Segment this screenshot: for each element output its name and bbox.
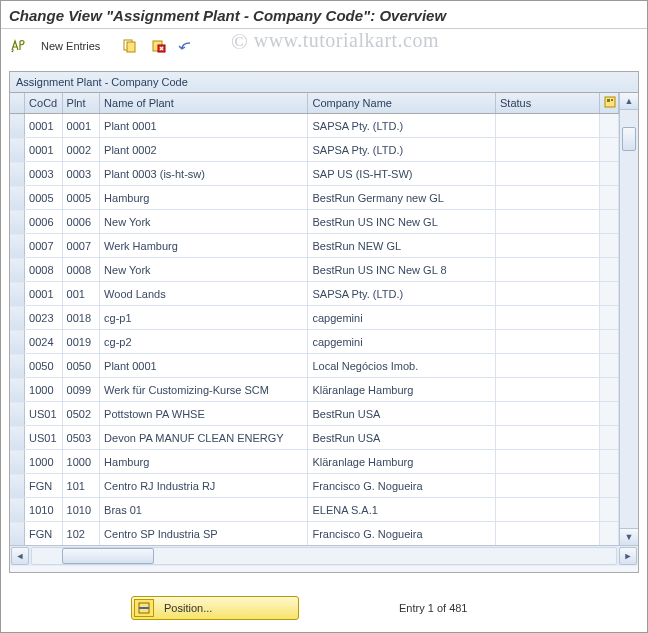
cell-plnt[interactable]: 0001 (62, 114, 100, 138)
cell-cocd[interactable]: 1000 (25, 450, 63, 474)
table-row[interactable]: 00060006New YorkBestRun US INC New GL (10, 210, 619, 234)
position-button[interactable]: Position... (131, 596, 299, 620)
hscroll-thumb[interactable] (62, 548, 154, 564)
cell-company[interactable]: BestRun USA (308, 426, 496, 450)
cell-status[interactable] (496, 234, 600, 258)
cell-cocd[interactable]: 1000 (25, 378, 63, 402)
cell-status[interactable] (496, 474, 600, 498)
cell-status[interactable] (496, 282, 600, 306)
row-selector[interactable] (10, 162, 25, 186)
col-status[interactable]: Status (496, 93, 600, 114)
cell-company[interactable]: ELENA S.A.1 (308, 498, 496, 522)
table-row[interactable]: 00240019cg-p2capgemini (10, 330, 619, 354)
cell-status[interactable] (496, 306, 600, 330)
cell-name[interactable]: Plant 0002 (100, 138, 308, 162)
horizontal-scrollbar[interactable]: ◄ ► (10, 545, 638, 566)
cell-status[interactable] (496, 138, 600, 162)
cell-cocd[interactable]: 0024 (25, 330, 63, 354)
row-selector[interactable] (10, 306, 25, 330)
row-selector[interactable] (10, 258, 25, 282)
cell-plnt[interactable]: 0502 (62, 402, 100, 426)
row-selector[interactable] (10, 450, 25, 474)
cell-cocd[interactable]: 1010 (25, 498, 63, 522)
cell-plnt[interactable]: 0018 (62, 306, 100, 330)
cell-name[interactable]: Pottstown PA WHSE (100, 402, 308, 426)
cell-cocd[interactable]: 0023 (25, 306, 63, 330)
cell-status[interactable] (496, 522, 600, 546)
undo-icon[interactable] (175, 36, 197, 56)
row-selector-header[interactable] (10, 93, 25, 114)
delete-icon[interactable] (147, 36, 169, 56)
table-row[interactable]: 00080008New YorkBestRun US INC New GL 8 (10, 258, 619, 282)
cell-cocd[interactable]: US01 (25, 426, 63, 450)
cell-company[interactable]: Kläranlage Hamburg (308, 378, 496, 402)
cell-cocd[interactable]: 0001 (25, 114, 63, 138)
col-company[interactable]: Company Name (308, 93, 496, 114)
cell-cocd[interactable]: FGN (25, 474, 63, 498)
table-row[interactable]: US010502Pottstown PA WHSEBestRun USA (10, 402, 619, 426)
toggle-display-icon[interactable] (7, 36, 29, 56)
cell-name[interactable]: Centro RJ Industria RJ (100, 474, 308, 498)
table-row[interactable]: 10101010Bras 01ELENA S.A.1 (10, 498, 619, 522)
scroll-up-icon[interactable]: ▲ (620, 93, 638, 110)
row-selector[interactable] (10, 474, 25, 498)
scroll-down-icon[interactable]: ▼ (620, 528, 638, 545)
cell-cocd[interactable]: 0001 (25, 282, 63, 306)
cell-company[interactable]: SAP US (IS-HT-SW) (308, 162, 496, 186)
cell-status[interactable] (496, 378, 600, 402)
row-selector[interactable] (10, 354, 25, 378)
table-row[interactable]: US010503Devon PA MANUF CLEAN ENERGYBestR… (10, 426, 619, 450)
row-selector[interactable] (10, 234, 25, 258)
cell-name[interactable]: New York (100, 258, 308, 282)
cell-cocd[interactable]: 0001 (25, 138, 63, 162)
table-row[interactable]: 10001000HamburgKläranlage Hamburg (10, 450, 619, 474)
table-row[interactable]: FGN101Centro RJ Industria RJFrancisco G.… (10, 474, 619, 498)
row-selector[interactable] (10, 426, 25, 450)
new-entries-button[interactable]: New Entries (35, 38, 106, 54)
cell-status[interactable] (496, 402, 600, 426)
copy-icon[interactable] (119, 36, 141, 56)
cell-name[interactable]: Plant 0001 (100, 114, 308, 138)
cell-plnt[interactable]: 0006 (62, 210, 100, 234)
cell-plnt[interactable]: 0003 (62, 162, 100, 186)
table-row[interactable]: 00070007Werk HamburgBestRun NEW GL (10, 234, 619, 258)
cell-name[interactable]: cg-p1 (100, 306, 308, 330)
cell-company[interactable]: BestRun USA (308, 402, 496, 426)
scroll-thumb[interactable] (622, 127, 636, 151)
scroll-left-icon[interactable]: ◄ (11, 547, 29, 565)
table-settings-icon[interactable] (600, 93, 619, 114)
cell-company[interactable]: SAPSA Pty. (LTD.) (308, 138, 496, 162)
cell-company[interactable]: Francisco G. Nogueira (308, 522, 496, 546)
cell-cocd[interactable]: FGN (25, 522, 63, 546)
cell-cocd[interactable]: US01 (25, 402, 63, 426)
row-selector[interactable] (10, 498, 25, 522)
cell-status[interactable] (496, 186, 600, 210)
cell-plnt[interactable]: 0019 (62, 330, 100, 354)
cell-name[interactable]: Wood Lands (100, 282, 308, 306)
cell-company[interactable]: BestRun NEW GL (308, 234, 496, 258)
cell-plnt[interactable]: 1010 (62, 498, 100, 522)
cell-company[interactable]: Local Negócios Imob. (308, 354, 496, 378)
cell-plnt[interactable]: 0503 (62, 426, 100, 450)
cell-name[interactable]: Centro SP Industria SP (100, 522, 308, 546)
table-row[interactable]: 00010001Plant 0001SAPSA Pty. (LTD.) (10, 114, 619, 138)
cell-name[interactable]: Hamburg (100, 450, 308, 474)
cell-status[interactable] (496, 426, 600, 450)
scroll-right-icon[interactable]: ► (619, 547, 637, 565)
cell-company[interactable]: capgemini (308, 330, 496, 354)
cell-company[interactable]: SAPSA Pty. (LTD.) (308, 114, 496, 138)
cell-name[interactable]: Devon PA MANUF CLEAN ENERGY (100, 426, 308, 450)
cell-name[interactable]: Werk für Customizing-Kurse SCM (100, 378, 308, 402)
cell-status[interactable] (496, 114, 600, 138)
cell-plnt[interactable]: 101 (62, 474, 100, 498)
cell-company[interactable]: capgemini (308, 306, 496, 330)
cell-cocd[interactable]: 0050 (25, 354, 63, 378)
cell-plnt[interactable]: 0005 (62, 186, 100, 210)
cell-cocd[interactable]: 0005 (25, 186, 63, 210)
cell-name[interactable]: Plant 0001 (100, 354, 308, 378)
cell-name[interactable]: Hamburg (100, 186, 308, 210)
row-selector[interactable] (10, 402, 25, 426)
vertical-scrollbar[interactable]: ▲ ▼ (619, 93, 638, 545)
row-selector[interactable] (10, 378, 25, 402)
cell-plnt[interactable]: 0007 (62, 234, 100, 258)
